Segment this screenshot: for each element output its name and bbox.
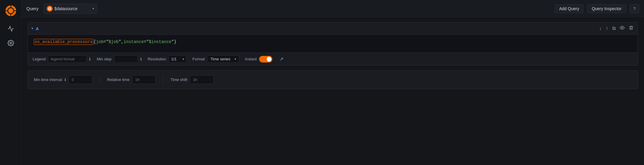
- format-label: Format: [192, 57, 205, 61]
- query-area: ▾ A ↓ ↑ ⧉ o: [22, 17, 644, 165]
- legend-option-group: Legend ℹ: [33, 55, 91, 63]
- code-quote-1: ",: [119, 39, 124, 44]
- svg-point-9: [49, 8, 50, 9]
- min-time-interval-group: Min time interval ℹ: [34, 75, 92, 84]
- divider-2: [163, 76, 163, 84]
- time-shift-group: Time shift: [171, 75, 214, 84]
- move-down-icon[interactable]: ↓: [599, 25, 602, 32]
- grafana-logo[interactable]: [4, 4, 18, 18]
- global-options-section: Min time interval ℹ Relative time Time s…: [28, 70, 638, 89]
- main-content: Query $datasource ▾ Add Query Query Insp…: [22, 0, 644, 165]
- legend-info-icon[interactable]: ℹ: [89, 57, 91, 61]
- code-job-key: job: [96, 39, 104, 44]
- time-shift-label: Time shift: [171, 77, 187, 82]
- code-metric: os_available_processors: [34, 39, 93, 45]
- resolution-label: Resolution: [148, 57, 166, 61]
- minstep-option-group: Min step ℹ: [97, 55, 142, 63]
- top-header: Query $datasource ▾ Add Query Query Insp…: [22, 0, 644, 17]
- min-time-interval-label: Min time interval: [34, 77, 62, 82]
- add-query-button[interactable]: Add Query: [555, 4, 584, 13]
- code-equals-1: =": [104, 39, 109, 44]
- datasource-name: $datasource: [54, 6, 91, 11]
- query-options-row: Legend ℹ Min step ℹ Resolution: [28, 53, 638, 65]
- relative-time-group: Relative time: [107, 75, 156, 84]
- sidebar: [0, 0, 22, 165]
- query-collapse-chevron[interactable]: ▾: [31, 26, 33, 30]
- format-value: Time series: [210, 57, 230, 61]
- minstep-info-icon[interactable]: ℹ: [140, 57, 142, 61]
- duplicate-icon[interactable]: ⧉: [612, 25, 616, 32]
- code-editor[interactable]: os_available_processors{job="$job",insta…: [28, 35, 638, 53]
- minstep-input[interactable]: [114, 55, 138, 63]
- code-quote-2: "}: [171, 39, 177, 44]
- svg-point-7: [10, 42, 12, 44]
- sidebar-settings-icon[interactable]: [5, 37, 17, 49]
- min-time-interval-input[interactable]: [69, 75, 92, 84]
- query-block-letter: A: [36, 26, 39, 31]
- help-button[interactable]: ?: [630, 4, 639, 13]
- code-open-brace: {: [93, 39, 96, 44]
- legend-input[interactable]: [48, 55, 87, 63]
- instant-label: Instant: [245, 57, 257, 61]
- format-button[interactable]: Time series: [207, 55, 239, 63]
- move-up-icon[interactable]: ↑: [605, 25, 609, 32]
- code-job-value: $job: [109, 39, 119, 44]
- code-instance-key: instance: [124, 39, 144, 44]
- instant-option-group: Instant: [245, 56, 272, 62]
- code-instance-value: $instance: [149, 39, 171, 44]
- instant-toggle[interactable]: [259, 56, 272, 62]
- query-block-header: ▾ A ↓ ↑ ⧉: [28, 22, 638, 35]
- toggle-visibility-icon[interactable]: [619, 25, 625, 32]
- resolution-select-wrapper: 1/1 1/2 1/4 1/10: [168, 55, 186, 63]
- format-option-group: Format Time series: [192, 55, 239, 63]
- query-inspector-button[interactable]: Query Inspector: [587, 4, 626, 13]
- svg-point-10: [622, 27, 623, 28]
- datasource-icon: [47, 6, 53, 12]
- datasource-chevron-icon: ▾: [92, 7, 94, 10]
- resolution-option-group: Resolution 1/1 1/2 1/4 1/10: [148, 55, 186, 63]
- external-link-icon[interactable]: ↗: [280, 56, 283, 62]
- legend-label: Legend: [33, 57, 45, 61]
- relative-time-input[interactable]: [132, 75, 156, 84]
- divider-1: [100, 76, 100, 84]
- query-block-a: ▾ A ↓ ↑ ⧉ o: [28, 22, 638, 65]
- time-shift-input[interactable]: [190, 75, 214, 84]
- query-label: Query: [26, 6, 39, 11]
- code-equals-2: =": [144, 39, 149, 44]
- query-block-actions: ↓ ↑ ⧉: [599, 25, 634, 32]
- svg-point-2: [10, 10, 12, 12]
- relative-time-label: Relative time: [107, 77, 130, 82]
- sidebar-chart-icon[interactable]: [5, 23, 17, 35]
- resolution-select[interactable]: 1/1 1/2 1/4 1/10: [168, 55, 186, 63]
- delete-icon[interactable]: [628, 25, 634, 32]
- datasource-selector[interactable]: $datasource ▾: [43, 4, 97, 14]
- minstep-label: Min step: [97, 57, 111, 61]
- min-time-interval-info-icon[interactable]: ℹ: [65, 78, 66, 82]
